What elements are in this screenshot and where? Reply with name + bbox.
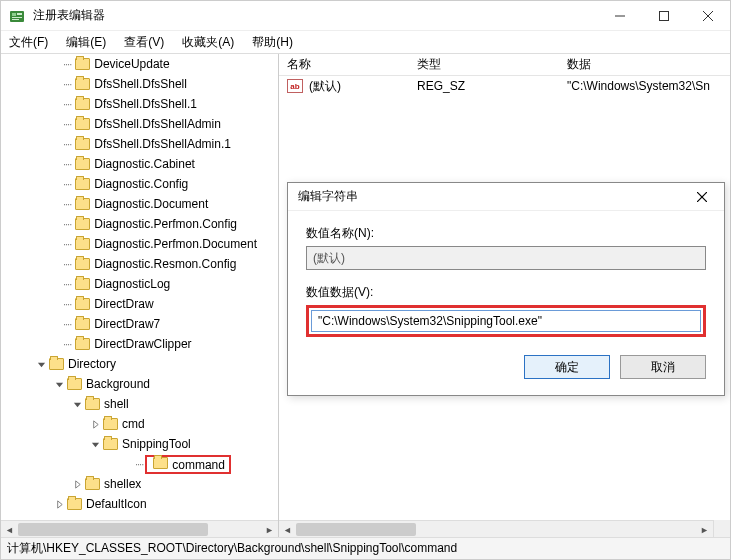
tree-connector: ···· bbox=[63, 178, 71, 190]
tree-item[interactable]: ····DirectDraw bbox=[1, 294, 278, 314]
scroll-corner bbox=[713, 520, 730, 537]
column-name[interactable]: 名称 bbox=[279, 56, 409, 73]
tree-label: shellex bbox=[104, 477, 141, 491]
chevron-right-icon[interactable] bbox=[89, 420, 101, 429]
scroll-thumb[interactable] bbox=[18, 523, 208, 536]
scroll-left-icon[interactable]: ◄ bbox=[279, 521, 296, 538]
tree-item[interactable]: shell bbox=[1, 394, 278, 414]
folder-icon bbox=[75, 138, 90, 150]
tree-item[interactable]: Directory bbox=[1, 354, 278, 374]
tree-item[interactable]: ····Diagnostic.Resmon.Config bbox=[1, 254, 278, 274]
tree-item[interactable]: ····Diagnostic.Perfmon.Document bbox=[1, 234, 278, 254]
tree-horizontal-scrollbar[interactable]: ◄ ► bbox=[1, 520, 278, 537]
chevron-down-icon[interactable] bbox=[53, 380, 65, 389]
cancel-button[interactable]: 取消 bbox=[620, 355, 706, 379]
chevron-right-icon[interactable] bbox=[53, 500, 65, 509]
tree-connector: ···· bbox=[63, 98, 71, 110]
column-data[interactable]: 数据 bbox=[559, 56, 730, 73]
value-name: (默认) bbox=[309, 78, 341, 95]
window-title: 注册表编辑器 bbox=[33, 7, 598, 24]
column-type[interactable]: 类型 bbox=[409, 56, 559, 73]
tree-pane: ····DeviceUpdate····DfsShell.DfsShell···… bbox=[1, 54, 279, 537]
folder-icon bbox=[85, 478, 100, 490]
grid-row[interactable]: ab (默认) REG_SZ "C:\Windows\System32\Sn bbox=[279, 76, 730, 96]
tree-item[interactable]: ····DeviceUpdate bbox=[1, 54, 278, 74]
tree-item[interactable]: ····Diagnostic.Perfmon.Config bbox=[1, 214, 278, 234]
tree-item[interactable]: ····Diagnostic.Config bbox=[1, 174, 278, 194]
tree-item[interactable]: ····Diagnostic.Document bbox=[1, 194, 278, 214]
tree-connector: ···· bbox=[63, 318, 71, 330]
tree-item[interactable]: Background bbox=[1, 374, 278, 394]
tree-label: Diagnostic.Resmon.Config bbox=[94, 257, 236, 271]
edit-string-dialog: 编辑字符串 数值名称(N): (默认) 数值数据(V): 确定 取消 bbox=[287, 182, 725, 396]
window-controls bbox=[598, 1, 730, 31]
tree-label: Diagnostic.Config bbox=[94, 177, 188, 191]
status-path: 计算机\HKEY_CLASSES_ROOT\Directory\Backgrou… bbox=[7, 540, 457, 557]
folder-icon bbox=[75, 258, 90, 270]
maximize-button[interactable] bbox=[642, 1, 686, 31]
scroll-right-icon[interactable]: ► bbox=[696, 521, 713, 538]
tree-connector: ···· bbox=[135, 458, 143, 470]
tree-connector: ···· bbox=[63, 338, 71, 350]
folder-icon bbox=[67, 498, 82, 510]
menu-help[interactable]: 帮助(H) bbox=[250, 32, 295, 53]
tree-item[interactable]: ····Diagnostic.Cabinet bbox=[1, 154, 278, 174]
menu-edit[interactable]: 编辑(E) bbox=[64, 32, 108, 53]
tree-item[interactable]: ····DfsShell.DfsShell bbox=[1, 74, 278, 94]
tree-item[interactable]: ····DirectDraw7 bbox=[1, 314, 278, 334]
app-icon bbox=[9, 8, 25, 24]
statusbar: 计算机\HKEY_CLASSES_ROOT\Directory\Backgrou… bbox=[1, 537, 730, 559]
chevron-down-icon[interactable] bbox=[89, 440, 101, 449]
chevron-down-icon[interactable] bbox=[71, 400, 83, 409]
folder-icon bbox=[75, 278, 90, 290]
minimize-button[interactable] bbox=[598, 1, 642, 31]
tree-label: DirectDraw bbox=[94, 297, 153, 311]
tree-label: Diagnostic.Cabinet bbox=[94, 157, 195, 171]
tree-connector: ···· bbox=[63, 118, 71, 130]
menu-file[interactable]: 文件(F) bbox=[7, 32, 50, 53]
tree-item[interactable]: ····DiagnosticLog bbox=[1, 274, 278, 294]
menubar: 文件(F) 编辑(E) 查看(V) 收藏夹(A) 帮助(H) bbox=[1, 31, 730, 53]
tree-label: DfsShell.DfsShell.1 bbox=[94, 97, 197, 111]
tree-item[interactable]: ····command bbox=[1, 454, 278, 474]
value-data-label: 数值数据(V): bbox=[306, 284, 706, 301]
scroll-right-icon[interactable]: ► bbox=[261, 521, 278, 538]
scroll-thumb[interactable] bbox=[296, 523, 416, 536]
content-area: ····DeviceUpdate····DfsShell.DfsShell···… bbox=[1, 53, 730, 537]
tree-connector: ···· bbox=[63, 58, 71, 70]
scroll-left-icon[interactable]: ◄ bbox=[1, 521, 18, 538]
folder-icon bbox=[75, 238, 90, 250]
tree-item[interactable]: ····DfsShell.DfsShell.1 bbox=[1, 94, 278, 114]
tree-item[interactable]: DefaultIcon bbox=[1, 494, 278, 514]
chevron-right-icon[interactable] bbox=[71, 480, 83, 489]
tree-label: DfsShell.DfsShellAdmin.1 bbox=[94, 137, 231, 151]
tree-item[interactable]: cmd bbox=[1, 414, 278, 434]
value-data-input[interactable] bbox=[311, 310, 701, 332]
tree-label: DirectDrawClipper bbox=[94, 337, 191, 351]
value-data-highlight bbox=[306, 305, 706, 337]
menu-view[interactable]: 查看(V) bbox=[122, 32, 166, 53]
titlebar: 注册表编辑器 bbox=[1, 1, 730, 31]
tree-item[interactable]: ····DfsShell.DfsShellAdmin.1 bbox=[1, 134, 278, 154]
tree-item[interactable]: shellex bbox=[1, 474, 278, 494]
tree-label: command bbox=[172, 458, 225, 472]
svg-rect-2 bbox=[17, 13, 22, 15]
folder-icon bbox=[103, 438, 118, 450]
close-button[interactable] bbox=[686, 1, 730, 31]
registry-tree[interactable]: ····DeviceUpdate····DfsShell.DfsShell···… bbox=[1, 54, 278, 520]
tree-label: DeviceUpdate bbox=[94, 57, 169, 71]
folder-icon bbox=[103, 418, 118, 430]
folder-icon bbox=[67, 378, 82, 390]
ok-button[interactable]: 确定 bbox=[524, 355, 610, 379]
tree-label: Background bbox=[86, 377, 150, 391]
folder-icon bbox=[75, 98, 90, 110]
menu-favorites[interactable]: 收藏夹(A) bbox=[180, 32, 236, 53]
dialog-close-button[interactable] bbox=[690, 185, 714, 209]
values-horizontal-scrollbar[interactable]: ◄ ► bbox=[279, 520, 713, 537]
tree-item[interactable]: ····DirectDrawClipper bbox=[1, 334, 278, 354]
tree-item[interactable]: SnippingTool bbox=[1, 434, 278, 454]
tree-item[interactable]: ····DfsShell.DfsShellAdmin bbox=[1, 114, 278, 134]
tree-label: Directory bbox=[68, 357, 116, 371]
tree-connector: ···· bbox=[63, 218, 71, 230]
chevron-down-icon[interactable] bbox=[35, 360, 47, 369]
